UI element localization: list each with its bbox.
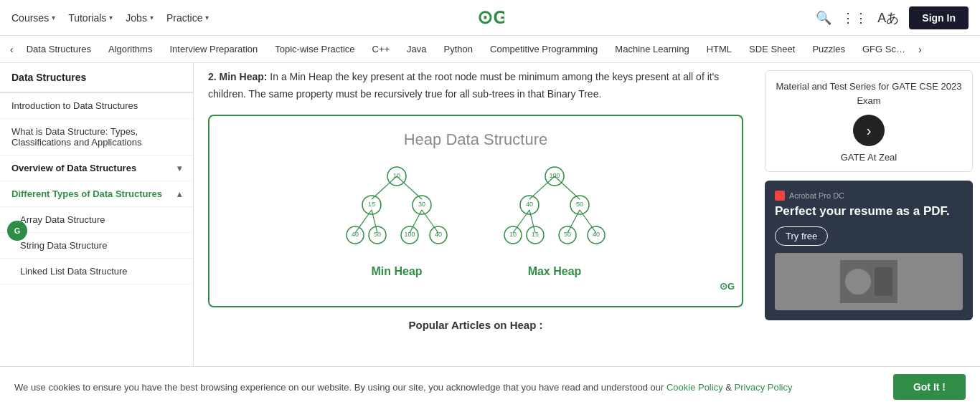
- nav-courses-label: Courses: [11, 12, 49, 24]
- user-avatar: G: [7, 221, 27, 241]
- privacy-policy-link[interactable]: Privacy Policy: [735, 382, 793, 393]
- nav-tutorials-label: Tutorials: [68, 12, 106, 24]
- sidebar: Data Structures Introduction to Data Str…: [0, 63, 194, 407]
- subnav-cpp[interactable]: C++: [364, 36, 399, 62]
- subnav-data-structures[interactable]: Data Structures: [18, 36, 100, 62]
- subnav-algorithms[interactable]: Algorithms: [100, 36, 161, 62]
- nav-jobs[interactable]: Jobs ▾: [126, 12, 154, 24]
- max-heap-label: Max Heap: [528, 265, 582, 278]
- right-panel: Material and Test Series for GATE CSE 20…: [758, 63, 980, 407]
- heap-diagram-title: Heap Data Structure: [404, 130, 548, 149]
- sidebar-item-overview[interactable]: Overview of Data Structures ▾: [0, 155, 193, 181]
- top-nav-right: 🔍 ⋮⋮ Aあ Sign In: [816, 6, 969, 29]
- heap-diagrams: 10 15 30 40 50 100 40: [332, 163, 619, 278]
- min-heap-svg: 10 15 30 40 50 100 40: [332, 163, 461, 257]
- nav-practice-chevron: ▾: [205, 14, 209, 21]
- sidebar-item-array[interactable]: Array Data Structure: [0, 207, 193, 233]
- sub-navigation: ‹ Data Structures Algorithms Interview P…: [0, 36, 980, 63]
- svg-text:100: 100: [549, 172, 560, 179]
- svg-line-22: [555, 176, 580, 199]
- svg-text:10: 10: [509, 231, 517, 238]
- sidebar-item-different-types[interactable]: Different Types of Data Structures ▴: [0, 181, 193, 207]
- svg-line-2: [397, 176, 422, 199]
- sidebar-overview-label: Overview of Data Structures: [11, 163, 136, 173]
- subnav-python[interactable]: Python: [435, 36, 481, 62]
- cookie-policy-link[interactable]: Cookie Policy: [666, 382, 723, 393]
- nav-tutorials-chevron: ▾: [109, 14, 113, 21]
- nav-courses-chevron: ▾: [52, 14, 55, 21]
- subnav-sde[interactable]: SDE Sheet: [740, 36, 804, 62]
- main-content: 2. Min Heap: In a Min Heap the key prese…: [194, 63, 758, 407]
- sidebar-item-linked-list[interactable]: Linked List Data Structure G: [0, 259, 193, 284]
- nav-practice[interactable]: Practice ▾: [166, 12, 209, 24]
- svg-text:15: 15: [532, 231, 539, 238]
- nav-tutorials[interactable]: Tutorials ▾: [68, 12, 113, 24]
- max-heap-svg: 100 40 50 10 15 50 40: [490, 163, 619, 257]
- got-it-button[interactable]: Got It !: [893, 374, 966, 400]
- svg-text:15: 15: [368, 201, 375, 208]
- svg-text:100: 100: [404, 231, 415, 238]
- subnav-topic-practice[interactable]: Topic-wise Practice: [266, 36, 363, 62]
- svg-text:40: 40: [435, 231, 442, 238]
- svg-line-21: [529, 176, 555, 199]
- nav-courses[interactable]: Courses ▾: [11, 12, 55, 24]
- sidebar-linked-list-label: Linked List Data Structure: [20, 266, 128, 277]
- svg-text:50: 50: [374, 231, 381, 238]
- gate-arrow-button[interactable]: ›: [853, 115, 885, 146]
- svg-point-42: [845, 269, 871, 295]
- subnav-puzzles[interactable]: Puzzles: [804, 36, 854, 62]
- subnav-ml[interactable]: Machine Learning: [606, 36, 697, 62]
- min-heap-tree: 10 15 30 40 50 100 40: [332, 163, 461, 278]
- sub-nav-back-arrow[interactable]: ‹: [6, 44, 18, 55]
- top-nav-left: Courses ▾ Tutorials ▾ Jobs ▾ Practice ▾: [11, 12, 209, 24]
- gate-card: Material and Test Series for GATE CSE 20…: [765, 70, 973, 172]
- sidebar-different-types-label: Different Types of Data Structures: [11, 188, 162, 199]
- nav-practice-label: Practice: [166, 12, 203, 24]
- ad-try-button[interactable]: Try free: [775, 226, 828, 246]
- nav-jobs-label: Jobs: [126, 12, 147, 24]
- subnav-html[interactable]: HTML: [698, 36, 740, 62]
- top-navigation: Courses ▾ Tutorials ▾ Jobs ▾ Practice ▾ …: [0, 0, 980, 36]
- svg-text:50: 50: [564, 231, 571, 238]
- ad-image: [775, 253, 963, 310]
- svg-text:50: 50: [576, 201, 583, 208]
- popular-articles-heading: Popular Articles on Heap :: [208, 319, 743, 331]
- grid-button[interactable]: ⋮⋮: [842, 10, 867, 26]
- different-types-chevron-up-icon: ▴: [177, 189, 182, 199]
- ad-title: Perfect your resume as a PDF.: [775, 204, 963, 219]
- svg-text:⊙G: ⊙G: [477, 7, 504, 27]
- gate-card-text: Material and Test Series for GATE CSE 20…: [774, 80, 963, 107]
- cookie-text: We use cookies to ensure you have the be…: [14, 382, 879, 393]
- min-heap-label: Min Heap: [371, 265, 422, 278]
- ad-brand: Acrobat Pro DC: [775, 191, 963, 201]
- subnav-java[interactable]: Java: [398, 36, 435, 62]
- subnav-competitive[interactable]: Competitive Programming: [481, 36, 606, 62]
- sidebar-item-string[interactable]: String Data Structure: [0, 233, 193, 259]
- gate-sub-label: GATE At Zeal: [841, 152, 897, 163]
- heap-diagram-container: Heap Data Structure 10: [208, 115, 743, 307]
- svg-text:40: 40: [352, 231, 359, 238]
- svg-text:40: 40: [526, 201, 533, 208]
- subnav-gfg-sc[interactable]: GFG Sc…: [854, 36, 914, 62]
- min-heap-description: 2. Min Heap: In a Min Heap the key prese…: [208, 63, 743, 103]
- ad-brand-label: Acrobat Pro DC: [789, 191, 844, 200]
- main-layout: Data Structures Introduction to Data Str…: [0, 63, 980, 407]
- site-logo[interactable]: ⊙G: [476, 7, 504, 29]
- ad-brand-icon: [775, 191, 785, 201]
- search-button[interactable]: 🔍: [816, 10, 831, 26]
- sidebar-item-what-is-ds[interactable]: What is Data Structure: Types, Classific…: [0, 119, 193, 155]
- svg-text:10: 10: [393, 172, 400, 179]
- svg-line-1: [372, 176, 397, 199]
- subnav-interview-prep[interactable]: Interview Preparation: [161, 36, 266, 62]
- sign-in-button[interactable]: Sign In: [909, 6, 969, 29]
- svg-rect-43: [875, 267, 892, 296]
- overview-chevron-down-icon: ▾: [177, 163, 182, 173]
- ad-card: Acrobat Pro DC Perfect your resume as a …: [765, 181, 973, 320]
- sidebar-header-data-structures[interactable]: Data Structures: [0, 63, 193, 93]
- translate-button[interactable]: Aあ: [877, 9, 899, 27]
- sub-nav-forward-arrow[interactable]: ›: [914, 44, 926, 55]
- sidebar-item-introduction[interactable]: Introduction to Data Structures: [0, 93, 193, 119]
- cookie-ampersand: &: [725, 382, 734, 393]
- max-heap-tree: 100 40 50 10 15 50 40: [490, 163, 619, 278]
- cookie-message: We use cookies to ensure you have the be…: [14, 382, 666, 393]
